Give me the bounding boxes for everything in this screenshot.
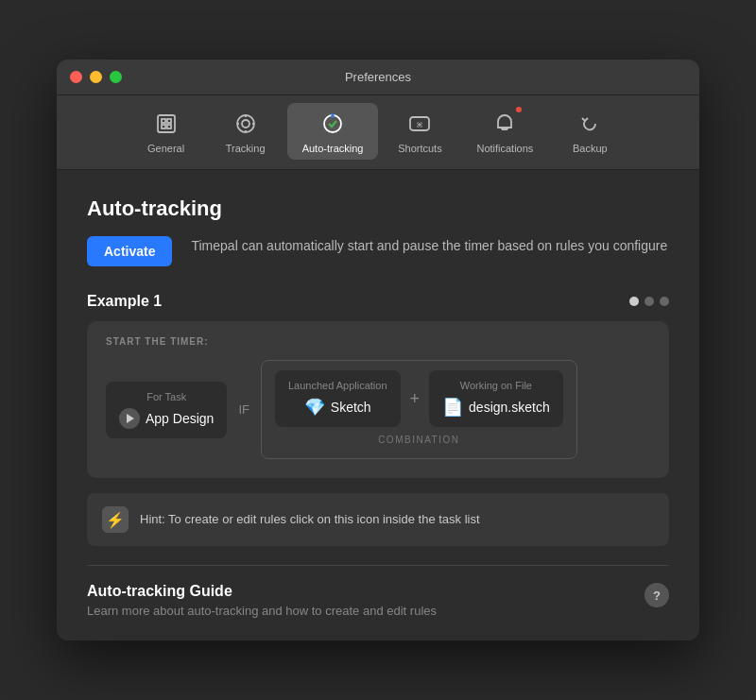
tab-tracking[interactable]: Tracking	[208, 103, 284, 160]
for-task-value: App Design	[119, 408, 214, 429]
svg-rect-4	[167, 125, 171, 128]
tab-notifications-label: Notifications	[476, 143, 533, 154]
tab-general[interactable]: General	[129, 103, 204, 160]
sketch-label: Sketch	[331, 400, 371, 415]
launched-app-label: Launched Application	[288, 380, 387, 391]
window-title: Preferences	[345, 70, 411, 84]
notifications-icon	[490, 109, 520, 139]
design-sketch-label: design.sketch	[469, 400, 550, 415]
hint-text: Hint: To create or edit rules click on t…	[140, 511, 480, 528]
tab-auto-tracking-label: Auto-tracking	[302, 143, 364, 154]
tab-shortcuts-label: Shortcuts	[398, 143, 441, 154]
close-button[interactable]	[70, 71, 82, 83]
tab-auto-tracking[interactable]: Auto-tracking	[287, 103, 379, 160]
content-area: Auto-tracking Activate Timepal can autom…	[57, 170, 699, 640]
combo-inner: Launched Application 💎 Sketch + Working …	[275, 370, 563, 427]
dot-3[interactable]	[660, 297, 669, 306]
working-on-file-label: Working on File	[460, 380, 532, 391]
for-task-box[interactable]: For Task App Design	[106, 382, 227, 438]
activate-button[interactable]: Activate	[87, 236, 172, 266]
guide-title: Auto-tracking Guide	[87, 583, 437, 600]
help-button[interactable]: ?	[644, 583, 669, 607]
bolt-icon: ⚡	[102, 506, 129, 533]
svg-point-5	[237, 115, 254, 132]
sketch-icon: 💎	[304, 397, 325, 418]
svg-rect-0	[158, 115, 175, 132]
combination-label: COMBINATION	[378, 435, 459, 445]
start-timer-label: START THE TIMER:	[106, 336, 650, 347]
title-bar: Preferences	[57, 60, 699, 95]
pagination-dots	[629, 297, 669, 306]
general-icon	[151, 109, 181, 139]
notification-badge	[514, 105, 524, 114]
plus-icon: +	[410, 389, 421, 409]
tracking-icon	[231, 109, 261, 139]
combination-box: Launched Application 💎 Sketch + Working …	[261, 360, 577, 459]
guide-section: Auto-tracking Guide Learn more about aut…	[87, 565, 669, 618]
for-task-label: For Task	[146, 391, 186, 402]
example-header: Example 1	[87, 293, 669, 310]
play-icon	[119, 408, 140, 429]
tab-notifications[interactable]: Notifications	[461, 103, 548, 160]
tab-shortcuts[interactable]: ⌘ Shortcuts	[382, 103, 457, 160]
tab-general-label: General	[147, 143, 184, 154]
tab-tracking-label: Tracking	[226, 143, 266, 154]
sketch-value: 💎 Sketch	[304, 397, 371, 418]
working-on-file-box[interactable]: Working on File 📄 design.sketch	[429, 370, 563, 427]
tab-backup-label: Backup	[573, 143, 608, 154]
launched-app-box[interactable]: Launched Application 💎 Sketch	[275, 370, 401, 427]
page-title: Auto-tracking	[87, 196, 669, 221]
svg-rect-3	[162, 125, 165, 128]
preferences-window: Preferences General	[57, 60, 699, 640]
auto-tracking-icon	[318, 109, 348, 139]
svg-text:⌘: ⌘	[417, 120, 422, 130]
dot-1[interactable]	[629, 297, 639, 306]
hint-row: ⚡ Hint: To create or edit rules click on…	[87, 493, 669, 546]
svg-point-6	[242, 120, 249, 128]
guide-desc: Learn more about auto-tracking and how t…	[87, 604, 437, 618]
if-label: IF	[238, 402, 249, 417]
svg-rect-2	[167, 119, 171, 123]
flow-row: For Task App Design IF Launched Applicat…	[106, 360, 650, 459]
shortcuts-icon: ⌘	[404, 109, 435, 139]
svg-rect-1	[162, 119, 165, 123]
guide-info: Auto-tracking Guide Learn more about aut…	[87, 583, 437, 618]
file-icon: 📄	[442, 397, 463, 418]
intro-description: Timepal can automatically start and paus…	[191, 236, 667, 256]
backup-icon	[575, 109, 605, 139]
app-design-label: App Design	[146, 411, 214, 426]
example-card: START THE TIMER: For Task App Design IF	[87, 321, 669, 478]
example-label: Example 1	[87, 293, 162, 310]
dot-2[interactable]	[644, 297, 654, 306]
toolbar: General Tracking	[57, 95, 699, 170]
design-sketch-value: 📄 design.sketch	[442, 397, 550, 418]
minimize-button[interactable]	[90, 71, 102, 83]
traffic-lights	[70, 71, 122, 83]
fullscreen-button[interactable]	[110, 71, 122, 83]
svg-marker-13	[331, 112, 335, 116]
intro-row: Activate Timepal can automatically start…	[87, 236, 669, 266]
tab-backup[interactable]: Backup	[552, 103, 627, 160]
